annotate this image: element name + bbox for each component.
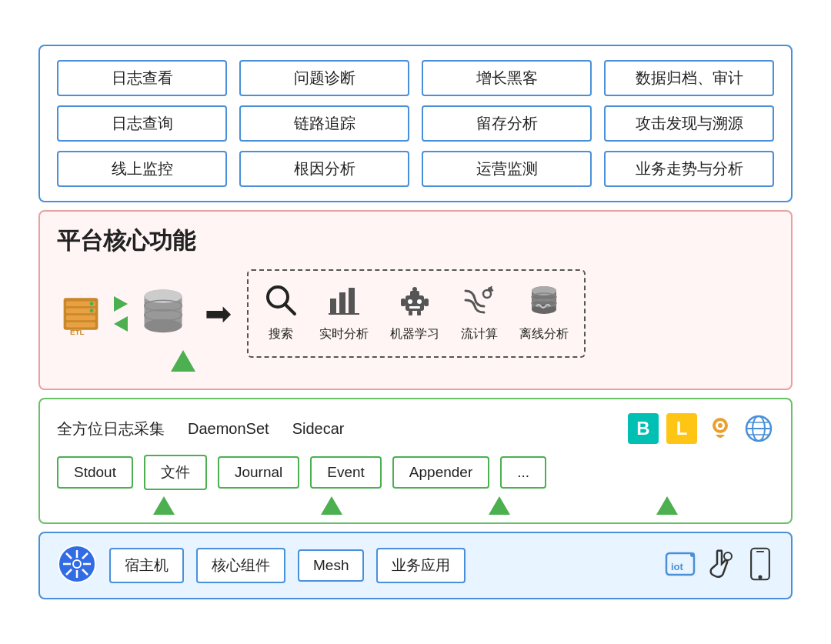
svg-point-42 (718, 423, 723, 428)
agent-icon (705, 413, 736, 444)
journal-item: Journal (218, 456, 299, 489)
use-case-item: 增长黑客 (422, 60, 592, 96)
iot-icon: iot (663, 547, 697, 584)
collection-items: Stdout 文件 Journal Event Appender ... (57, 455, 774, 490)
realtime-analysis-item: 实时分析 (319, 283, 369, 342)
svg-rect-16 (330, 299, 336, 314)
stdout-item: Stdout (57, 456, 133, 489)
svg-rect-27 (424, 299, 429, 306)
svg-text:ETL: ETL (70, 327, 85, 335)
offline-db-icon (527, 283, 561, 322)
use-case-item: 日志查看 (57, 60, 227, 96)
use-case-item: 线上监控 (57, 151, 227, 187)
use-case-item: 根因分析 (239, 151, 409, 187)
stream-label: 流计算 (461, 326, 498, 342)
analysis-box: 搜索 实时分析 (247, 269, 586, 358)
search-label: 搜索 (269, 326, 293, 342)
svg-line-15 (285, 305, 295, 314)
collection-section: 全方位日志采集 DaemonSet Sidecar B L (38, 398, 793, 524)
offline-analysis-item: 离线分析 (519, 283, 569, 342)
svg-rect-25 (409, 306, 420, 309)
svg-rect-21 (410, 291, 419, 297)
right-arrow-icon: ➡ (205, 298, 232, 330)
globe-icon (743, 413, 774, 444)
event-item: Event (310, 456, 382, 489)
mesh-item: Mesh (298, 549, 364, 582)
main-container: 日志查看 问题诊断 增长黑客 数据归档、审计 日志查询 链路追踪 留存分析 攻击… (38, 45, 793, 599)
mobile-icon (746, 547, 774, 584)
etl-icon: ETL (57, 292, 105, 336)
svg-point-59 (74, 561, 80, 567)
svg-rect-18 (349, 288, 355, 314)
svg-rect-4 (66, 322, 95, 327)
svg-rect-17 (339, 292, 345, 314)
logstash-icon: L (666, 413, 697, 444)
svg-point-10 (145, 319, 182, 332)
bar-chart-icon (327, 283, 361, 322)
use-cases-grid: 日志查看 问题诊断 增长黑客 数据归档、审计 日志查询 链路追踪 留存分析 攻击… (57, 60, 774, 187)
daemonset-label: DaemonSet (188, 420, 269, 438)
svg-point-11 (145, 289, 182, 303)
svg-rect-66 (756, 551, 764, 552)
beat-icon: B (628, 413, 659, 444)
ml-label: 机器学习 (390, 326, 439, 342)
svg-point-23 (408, 299, 412, 304)
offline-label: 离线分析 (519, 326, 569, 342)
search-analysis-item: 搜索 (264, 283, 298, 342)
collection-header: 全方位日志采集 DaemonSet Sidecar B L (57, 413, 774, 444)
svg-rect-64 (751, 549, 769, 580)
collection-title: 全方位日志采集 (57, 419, 165, 439)
svg-point-65 (758, 575, 762, 579)
core-title: 平台核心功能 (57, 225, 774, 257)
use-case-item: 日志查询 (57, 105, 227, 142)
biz-app-item: 业务应用 (376, 548, 466, 583)
svg-rect-26 (401, 299, 405, 306)
svg-point-24 (417, 299, 422, 304)
analysis-icons: 搜索 实时分析 (264, 283, 569, 342)
svg-point-63 (724, 552, 732, 560)
stream-analysis-item: 流计算 (461, 283, 498, 342)
source-right-icons: iot (663, 547, 774, 584)
appender-item: Appender (392, 456, 489, 489)
host-item: 宿主机 (109, 548, 184, 583)
use-cases-section: 日志查看 问题诊断 增长黑客 数据归档、审计 日志查询 链路追踪 留存分析 攻击… (38, 45, 793, 202)
brand-icons: B L (628, 413, 774, 444)
kubernetes-icon (57, 544, 97, 587)
more-item: ... (500, 456, 546, 489)
svg-text:iot: iot (671, 561, 684, 572)
use-case-item: 问题诊断 (239, 60, 409, 96)
use-case-item: 运营监测 (422, 151, 592, 187)
stream-icon (462, 283, 496, 322)
core-content: ETL (57, 269, 774, 358)
use-case-item: 攻击发现与溯源 (604, 105, 774, 142)
file-item: 文件 (144, 455, 207, 490)
sources-section: 宿主机 核心组件 Mesh 业务应用 iot (38, 532, 793, 599)
sidecar-label: Sidecar (292, 420, 345, 438)
touch-icon (705, 547, 739, 584)
robot-icon (398, 283, 432, 322)
realtime-label: 实时分析 (319, 326, 369, 342)
db-icon (137, 285, 189, 342)
use-case-item: 链路追踪 (239, 105, 409, 142)
svg-point-6 (90, 309, 94, 312)
ml-analysis-item: 机器学习 (390, 283, 439, 342)
svg-rect-29 (417, 311, 421, 315)
svg-rect-3 (66, 315, 95, 320)
svg-point-22 (412, 287, 417, 292)
svg-rect-28 (409, 311, 412, 315)
use-case-item: 数据归档、审计 (604, 60, 774, 96)
core-component-item: 核心组件 (196, 548, 285, 583)
etl-block: ETL (57, 285, 189, 342)
svg-point-5 (90, 302, 94, 305)
search-icon (264, 283, 298, 322)
core-section: 平台核心功能 ETL (38, 210, 793, 390)
svg-point-62 (690, 552, 695, 557)
use-case-item: 留存分析 (422, 105, 592, 142)
use-case-item: 业务走势与分析 (604, 151, 774, 187)
